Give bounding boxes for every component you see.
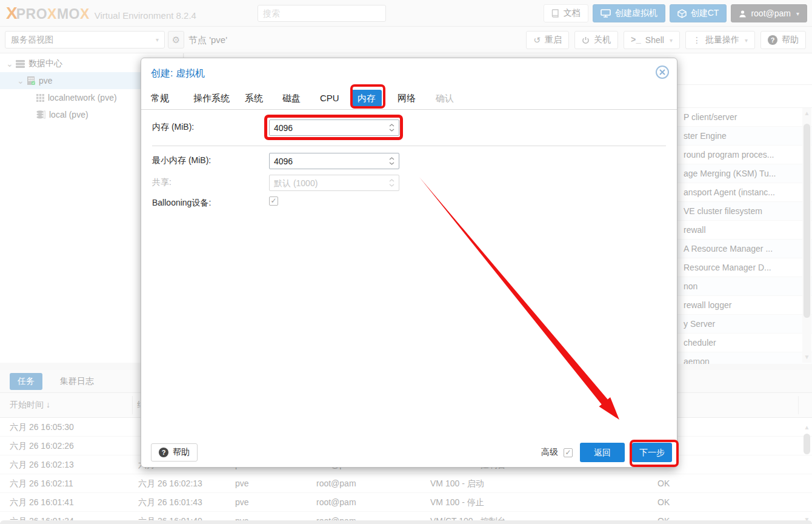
field-separator [152, 146, 666, 146]
window-bottom-edge [0, 520, 812, 524]
memory-spinner[interactable] [386, 121, 398, 135]
tab-system[interactable]: 系统 [245, 90, 263, 107]
tab-cpu[interactable]: CPU [320, 90, 339, 107]
tab-general[interactable]: 常规 [151, 90, 169, 107]
tab-network[interactable]: 网络 [398, 90, 416, 107]
advanced-option: 高级 ✓ [541, 447, 573, 458]
shares-spinner [386, 176, 398, 190]
spinner-up-icon[interactable] [389, 157, 394, 160]
tab-confirm: 确认 [436, 90, 454, 107]
advanced-checkbox[interactable]: ✓ [564, 448, 573, 457]
tab-os[interactable]: 操作系统 [193, 90, 230, 107]
dialog-title: 创建: 虚拟机 [151, 67, 205, 80]
spinner-up-icon [389, 179, 394, 182]
memory-input[interactable] [269, 119, 399, 136]
min-memory-spinner[interactable] [386, 154, 398, 168]
memory-label: 内存 (MiB): [152, 122, 194, 133]
spinner-down-icon [389, 184, 394, 187]
spinner-down-icon[interactable] [389, 162, 394, 165]
balloon-checkbox[interactable]: ✓ [269, 196, 278, 206]
create-vm-dialog: 创建: 虚拟机 常规 操作系统 系统 磁盘 CPU 内存 网络 确认 内存 (M… [141, 58, 677, 468]
shares-label: 共享: [152, 177, 171, 188]
min-memory-input[interactable] [269, 153, 399, 169]
advanced-label: 高级 [541, 447, 558, 458]
spinner-up-icon[interactable] [389, 124, 394, 127]
spinner-down-icon[interactable] [389, 129, 394, 132]
dialog-help-button[interactable]: ? 帮助 [151, 443, 198, 462]
close-icon[interactable] [655, 65, 670, 79]
back-button[interactable]: 返回 [580, 443, 625, 462]
question-icon: ? [159, 448, 168, 457]
proxmox-window: X PROXMOX Virtual Environment 8.2.4 文档 创… [0, 0, 812, 524]
next-button[interactable]: 下一步 [632, 443, 672, 462]
tab-disks[interactable]: 磁盘 [282, 90, 301, 107]
min-memory-label: 最小内存 (MiB): [152, 155, 211, 166]
shares-input [269, 175, 399, 191]
balloon-label: Ballooning设备: [152, 198, 211, 209]
dialog-help-label: 帮助 [173, 447, 190, 458]
tab-divider [141, 109, 677, 110]
tab-memory[interactable]: 内存 [351, 90, 382, 107]
